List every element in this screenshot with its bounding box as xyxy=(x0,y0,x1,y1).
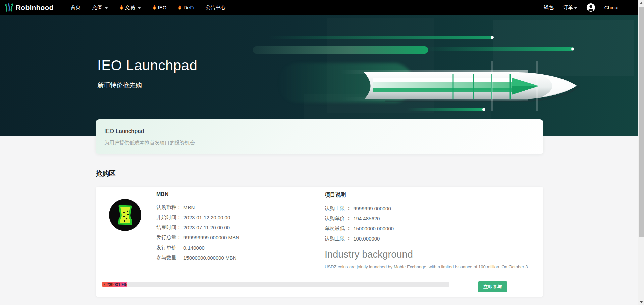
detail-value: 0.140000 xyxy=(183,245,205,251)
page: Robinhood 首页 充值 交易 IEO xyxy=(0,0,644,305)
navbar: Robinhood 首页 充值 交易 IEO xyxy=(0,0,638,15)
nav-item-label: DeFi xyxy=(183,5,194,10)
hero-subtitle: 新币特价抢先购 xyxy=(97,81,142,90)
detail-label: 认购单价 ： xyxy=(325,215,351,222)
nav-menu: 首页 充值 交易 IEO xyxy=(65,0,232,15)
nav-item-label: 首页 xyxy=(71,4,81,11)
hero-banner: IEO Launchpad 新币特价抢先购 xyxy=(0,15,638,136)
fire-icon xyxy=(178,5,182,10)
industry-background-text: USDZ coins are jointly launched by Mobie… xyxy=(325,264,543,269)
description-title: 项目说明 xyxy=(325,191,543,199)
nav-item-deposit[interactable]: 充值 xyxy=(87,0,114,15)
intro-card-title: IEO Launchpad xyxy=(104,128,543,135)
detail-label: 发行单价： xyxy=(156,245,181,251)
orders-link[interactable]: 订单 xyxy=(563,4,577,11)
detail-value: 15000000.000000 MBN xyxy=(183,255,236,261)
nav-item-label: IEO xyxy=(158,5,167,10)
nav-item-ieo[interactable]: IEO xyxy=(147,0,172,15)
detail-value: 100.000000 xyxy=(353,236,380,242)
speed-streak-right xyxy=(425,47,574,51)
detail-row: 认购币种： MBN xyxy=(156,202,239,212)
detail-row: 单次最低 ： 15000000.000000 xyxy=(325,223,543,233)
detail-row: 认购上限 ： 100.000000 xyxy=(325,233,543,244)
orders-label: 订单 xyxy=(563,4,573,11)
progress-value: 7.2390019454 xyxy=(102,282,127,287)
nav-item-label: 交易 xyxy=(125,4,135,11)
rocket-graphic xyxy=(354,65,590,107)
detail-row: 开始时间： 2023-01-12 20:00:00 xyxy=(156,212,239,222)
speed-streak-top xyxy=(268,36,493,39)
fire-icon xyxy=(119,5,124,10)
ieo-project-card: MBN 认购币种： MBN 开始时间： 2023-01-12 20:00:00 … xyxy=(96,187,543,297)
detail-label: 认购上限 ： xyxy=(325,235,351,242)
detail-row: 认购单价 ： 194.485620 xyxy=(325,213,543,223)
brand-name: Robinhood xyxy=(16,4,54,12)
section-title: 抢购区 xyxy=(96,169,116,178)
detail-value: MBN xyxy=(183,205,195,210)
detail-value: 2023-07-11 20:00:00 xyxy=(183,225,230,230)
page-scrollbar[interactable] xyxy=(638,0,644,305)
detail-row: 发行单价： 0.140000 xyxy=(156,243,239,253)
streak-dot xyxy=(482,108,485,111)
detail-row: 结束时间： 2023-07-11 20:00:00 xyxy=(156,222,239,232)
region-selector[interactable]: China xyxy=(604,5,618,10)
nav-item-trade[interactable]: 交易 xyxy=(114,0,147,15)
detail-label: 认购上限 ： xyxy=(325,205,351,212)
detail-label: 结束时间： xyxy=(156,224,181,231)
coin-icon xyxy=(109,199,141,231)
scrollbar-down-arrow[interactable] xyxy=(638,299,644,305)
robinhood-logo-icon xyxy=(5,3,13,12)
detail-label: 发行总量： xyxy=(156,234,181,241)
detail-label: 参与数量： xyxy=(156,255,181,261)
detail-value: 999999999.000000 MBN xyxy=(183,235,239,241)
triangle-down-icon xyxy=(640,301,643,303)
triangle-up-icon xyxy=(640,2,643,4)
nav-right: 钱包 订单 China xyxy=(544,3,638,12)
wallet-link[interactable]: 钱包 xyxy=(544,4,554,11)
intro-card-subtitle: 为用户提供低成本抢首发项目的投资机会 xyxy=(104,140,543,146)
scrollbar-thumb[interactable] xyxy=(639,7,644,237)
detail-label: 开始时间： xyxy=(156,214,181,221)
detail-value: 9999999.000000 xyxy=(353,206,391,211)
detail-row: 发行总量： 999999999.000000 MBN xyxy=(156,232,239,243)
intro-card: IEO Launchpad 为用户提供低成本抢首发项目的投资机会 xyxy=(96,119,543,154)
speed-bar-large xyxy=(253,46,428,54)
detail-label: 认购币种： xyxy=(156,204,181,211)
detail-row: 认购上限 ： 9999999.000000 xyxy=(325,203,543,213)
hero-title: IEO Launchpad xyxy=(97,57,197,74)
project-symbol: MBN xyxy=(156,191,239,198)
streak-dot xyxy=(491,36,494,39)
scrollbar-up-arrow[interactable] xyxy=(638,0,644,6)
streak-dot xyxy=(571,48,574,51)
nav-item-defi[interactable]: DeFi xyxy=(172,0,200,15)
project-info-column: MBN 认购币种： MBN 开始时间： 2023-01-12 20:00:00 … xyxy=(156,191,239,263)
chevron-down-icon xyxy=(574,7,577,9)
detail-row: 参与数量： 15000000.000000 MBN xyxy=(156,253,239,263)
detail-value: 15000000.000000 xyxy=(353,226,394,231)
join-now-button[interactable]: 立即参与 xyxy=(478,281,507,292)
project-description-column: 项目说明 认购上限 ： 9999999.000000 认购单价 ： 194.48… xyxy=(325,191,543,269)
industry-background-title: Industry background xyxy=(325,249,543,260)
progress-fill: 7.2390019454 xyxy=(102,282,127,287)
nav-item-announcements[interactable]: 公告中心 xyxy=(200,0,231,15)
subscription-progress-track: 7.2390019454 xyxy=(102,282,449,287)
user-avatar-icon[interactable] xyxy=(586,3,595,12)
nav-item-home[interactable]: 首页 xyxy=(65,0,87,15)
speed-streak-bottom xyxy=(407,108,485,111)
brand-logo[interactable]: Robinhood xyxy=(5,3,54,12)
chevron-down-icon xyxy=(105,7,108,9)
nav-item-label: 公告中心 xyxy=(206,4,226,11)
detail-label: 单次最低 ： xyxy=(325,225,351,232)
fire-icon xyxy=(152,5,157,10)
nav-item-label: 充值 xyxy=(92,4,102,11)
detail-value: 2023-01-12 20:00:00 xyxy=(183,215,230,220)
chevron-down-icon xyxy=(138,7,141,9)
detail-value: 194.485620 xyxy=(353,216,380,221)
